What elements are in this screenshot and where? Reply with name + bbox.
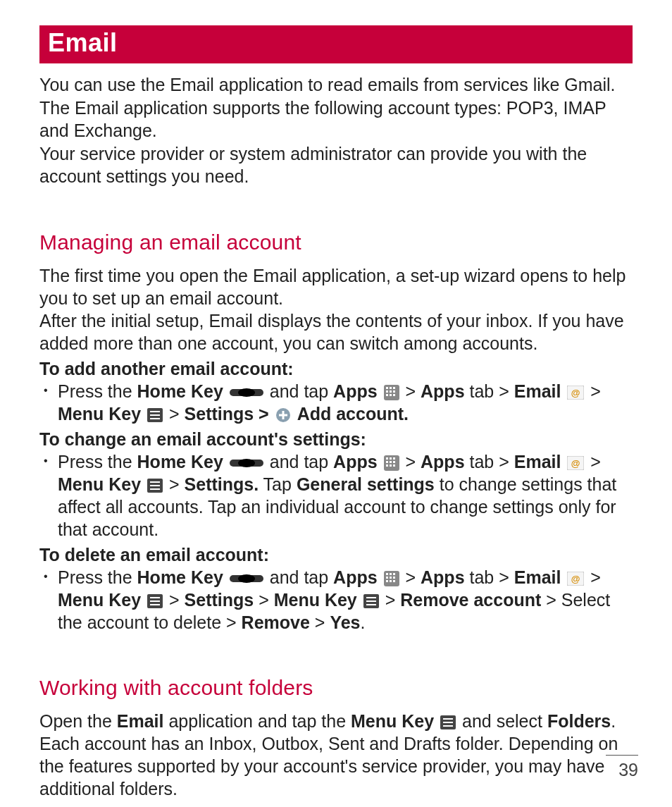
subhead-add-account: To add another email account: <box>39 357 633 380</box>
subhead-change-settings: To change an email account's settings: <box>39 428 633 450</box>
gt: > <box>385 590 401 610</box>
label-email: Email <box>514 452 561 472</box>
gt: > <box>169 590 185 610</box>
email-at-icon <box>567 386 584 400</box>
text: application and tap the <box>164 711 351 731</box>
plus-circle-icon <box>275 407 291 423</box>
gt: > <box>499 381 514 401</box>
bullet-add-account: Press the Home Key and tap Apps > Apps t… <box>39 380 633 425</box>
section-heading-folders: Working with account folders <box>39 676 633 700</box>
subhead-delete-account: To delete an email account: <box>39 543 633 566</box>
menu-key-icon <box>147 408 163 422</box>
label-email: Email <box>514 381 561 401</box>
label-email-2: Email <box>117 711 164 731</box>
label-general-settings: General settings <box>297 474 435 494</box>
text: Open the <box>39 711 117 731</box>
gt: > <box>406 567 421 587</box>
label-menu-key-2: Menu Key <box>274 590 357 610</box>
label-home-key: Home Key <box>137 567 223 587</box>
section-heading-managing: Managing an email account <box>39 230 633 254</box>
home-key-icon <box>230 385 263 400</box>
bullet-delete-account: Press the Home Key and tap Apps > Apps t… <box>39 566 633 634</box>
text: Press the <box>58 567 137 587</box>
label-remove: Remove <box>242 612 310 632</box>
label-add-account: Add account. <box>297 404 409 424</box>
label-menu-key: Menu Key <box>58 474 141 494</box>
text: and tap <box>270 452 333 472</box>
label-apps-tab: Apps <box>421 452 465 472</box>
section1-p1: The first time you open the Email applic… <box>39 264 633 309</box>
gt: > <box>169 474 185 494</box>
gt: > <box>590 381 601 401</box>
apps-grid-icon <box>384 571 399 586</box>
period: . <box>360 612 365 632</box>
menu-key-icon <box>147 479 163 493</box>
page-title: Email <box>48 28 118 57</box>
gt: > <box>590 567 601 587</box>
label-apps: Apps <box>333 567 378 587</box>
gt: > <box>259 590 274 610</box>
label-settings: Settings <box>185 590 254 610</box>
gt: > <box>406 381 421 401</box>
gt: > <box>590 452 601 472</box>
intro-p2: Your service provider or system administ… <box>39 142 633 188</box>
intro-p1: You can use the Email application to rea… <box>39 73 633 142</box>
label-menu-key: Menu Key <box>58 590 141 610</box>
menu-key-icon <box>363 594 379 608</box>
label-settings: Settings. <box>185 474 259 494</box>
text: tab <box>465 452 494 472</box>
label-menu-key-3: Menu Key <box>351 711 434 731</box>
home-key-icon <box>230 571 263 586</box>
text: tab <box>465 567 494 587</box>
page-title-banner: Email <box>39 25 633 63</box>
page-number: 39 <box>606 755 638 780</box>
section1-body: The first time you open the Email applic… <box>39 264 633 634</box>
section1-p2: After the initial setup, Email displays … <box>39 309 633 355</box>
label-home-key: Home Key <box>137 452 223 472</box>
intro-block: You can use the Email application to rea… <box>39 73 633 188</box>
label-apps: Apps <box>333 381 378 401</box>
label-email: Email <box>514 567 561 587</box>
label-yes: Yes <box>330 612 360 632</box>
email-at-icon <box>567 572 584 586</box>
text: Press the <box>58 381 137 401</box>
label-home-key: Home Key <box>137 381 223 401</box>
apps-grid-icon <box>384 455 399 471</box>
label-settings: Settings <box>185 404 254 424</box>
email-at-icon <box>567 456 584 470</box>
gt: > <box>499 452 514 472</box>
gt: > <box>546 590 556 610</box>
label-apps: Apps <box>333 452 378 472</box>
text: Tap <box>259 474 297 494</box>
menu-key-icon <box>147 594 163 608</box>
text: tab <box>465 381 494 401</box>
text: and select <box>457 711 547 731</box>
text: and tap <box>270 567 333 587</box>
label-apps-tab: Apps <box>421 567 465 587</box>
gt: > <box>406 452 421 472</box>
text: Press the <box>58 452 137 472</box>
gt: > <box>499 567 514 587</box>
gt: > <box>169 404 185 424</box>
gt-bold: > <box>254 404 274 424</box>
text: and tap <box>270 381 333 401</box>
home-key-icon <box>230 455 263 471</box>
gt: > <box>226 612 242 632</box>
label-folders: Folders <box>547 711 611 731</box>
bullet-change-settings: Press the Home Key and tap Apps > Apps t… <box>39 450 633 541</box>
label-remove-account: Remove account <box>400 590 541 610</box>
gt: > <box>315 612 330 632</box>
label-menu-key: Menu Key <box>58 404 141 424</box>
apps-grid-icon <box>384 385 399 400</box>
menu-key-icon <box>440 715 456 729</box>
section2-body: Open the Email application and tap the M… <box>39 710 633 800</box>
label-apps-tab: Apps <box>421 381 465 401</box>
